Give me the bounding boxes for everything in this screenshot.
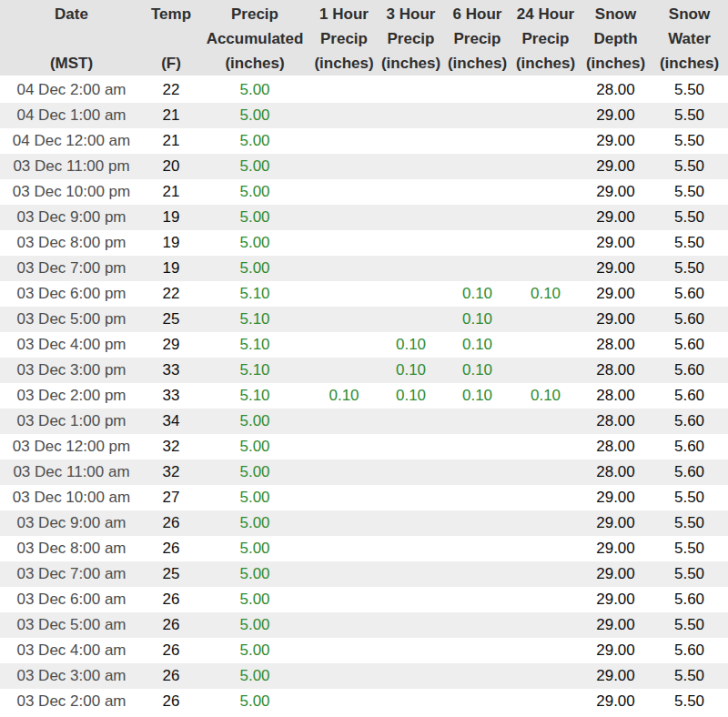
- cell-precip-24-hour: [511, 459, 581, 485]
- cell-precip-24-hour: [511, 612, 581, 638]
- column-header-precip-1-hour-line: 1 Hour: [310, 2, 378, 26]
- column-header-precip-accumulated-line: Precip: [199, 2, 310, 26]
- table-row: 03 Dec 5:00 am265.0029.005.50: [0, 612, 728, 638]
- table-header-row: Date (MST)Temp (F)PrecipAccumulated(inch…: [0, 0, 728, 76]
- column-header-precip-1-hour-line: Precip: [310, 26, 378, 51]
- cell-snow-depth: 28.00: [581, 76, 651, 103]
- cell-snow-depth: 29.00: [581, 510, 651, 536]
- cell-precip-3-hour: [378, 663, 444, 689]
- cell-date: 03 Dec 7:00 pm: [0, 256, 143, 281]
- cell-date: 03 Dec 12:00 pm: [0, 434, 143, 459]
- cell-snow-water: 5.50: [651, 128, 728, 154]
- column-header-date-line: (MST): [0, 51, 143, 76]
- cell-precip-1-hour: [310, 256, 378, 281]
- cell-precip-3-hour: [378, 205, 444, 230]
- cell-precip-24-hour: [511, 128, 581, 154]
- column-header-precip-3-hour-line: (inches): [378, 51, 444, 76]
- cell-precip-3-hour: [378, 689, 444, 714]
- table-row: 03 Dec 10:00 am275.0029.005.50: [0, 485, 728, 510]
- cell-precip-24-hour: [511, 485, 581, 510]
- cell-precip-1-hour: [310, 76, 378, 103]
- cell-precip-3-hour: [378, 612, 444, 638]
- cell-snow-depth: 28.00: [581, 459, 651, 485]
- cell-precip-3-hour: [378, 76, 444, 103]
- column-header-precip-24-hour-line: Precip: [511, 26, 581, 51]
- cell-precip-6-hour: [444, 179, 511, 205]
- table-row: 03 Dec 2:00 am265.0029.005.50: [0, 689, 728, 714]
- cell-precip-24-hour: [511, 256, 581, 281]
- cell-precip-6-hour: 0.10: [444, 358, 511, 383]
- cell-precip-3-hour: 0.10: [378, 383, 444, 409]
- cell-temp: 26: [143, 689, 199, 714]
- cell-precip-6-hour: [444, 638, 511, 663]
- column-header-temp-line: [143, 26, 199, 51]
- cell-snow-depth: 28.00: [581, 383, 651, 409]
- cell-date: 03 Dec 1:00 pm: [0, 409, 143, 434]
- column-header-snow-water-line: Snow: [651, 2, 728, 26]
- cell-date: 03 Dec 11:00 am: [0, 459, 143, 485]
- cell-snow-depth: 29.00: [581, 638, 651, 663]
- cell-precip-24-hour: [511, 510, 581, 536]
- cell-snow-depth: 29.00: [581, 485, 651, 510]
- column-header-precip-accumulated: PrecipAccumulated(inches): [199, 0, 310, 76]
- cell-precip-24-hour: [511, 332, 581, 358]
- column-header-snow-depth-line: Snow: [581, 2, 651, 26]
- cell-precip-accumulated: 5.00: [199, 561, 310, 587]
- cell-precip-3-hour: [378, 103, 444, 128]
- cell-precip-accumulated: 5.00: [199, 179, 310, 205]
- cell-temp: 19: [143, 230, 199, 256]
- cell-precip-accumulated: 5.00: [199, 205, 310, 230]
- column-header-temp-line: (F): [143, 51, 199, 76]
- cell-date: 03 Dec 4:00 am: [0, 638, 143, 663]
- table-body: 04 Dec 2:00 am225.0028.005.5004 Dec 1:00…: [0, 76, 728, 714]
- cell-temp: 34: [143, 409, 199, 434]
- cell-date: 03 Dec 6:00 pm: [0, 281, 143, 307]
- cell-precip-6-hour: [444, 103, 511, 128]
- cell-date: 03 Dec 2:00 pm: [0, 383, 143, 409]
- cell-temp: 25: [143, 307, 199, 332]
- cell-snow-water: 5.60: [651, 638, 728, 663]
- column-header-precip-accumulated-line: (inches): [199, 51, 310, 76]
- cell-snow-depth: 29.00: [581, 536, 651, 561]
- cell-precip-1-hour: [310, 179, 378, 205]
- cell-precip-3-hour: [378, 230, 444, 256]
- cell-snow-depth: 29.00: [581, 205, 651, 230]
- table-row: 03 Dec 8:00 pm195.0029.005.50: [0, 230, 728, 256]
- cell-precip-6-hour: [444, 663, 511, 689]
- cell-temp: 22: [143, 281, 199, 307]
- cell-precip-6-hour: [444, 434, 511, 459]
- table-row: 03 Dec 7:00 am255.0029.005.50: [0, 561, 728, 587]
- cell-snow-depth: 28.00: [581, 332, 651, 358]
- cell-snow-depth: 28.00: [581, 409, 651, 434]
- cell-precip-6-hour: [444, 409, 511, 434]
- cell-precip-1-hour: [310, 205, 378, 230]
- cell-precip-3-hour: [378, 638, 444, 663]
- cell-snow-depth: 29.00: [581, 103, 651, 128]
- table-row: 03 Dec 6:00 pm225.100.100.1029.005.60: [0, 281, 728, 307]
- cell-date: 03 Dec 11:00 pm: [0, 154, 143, 179]
- cell-date: 03 Dec 4:00 pm: [0, 332, 143, 358]
- cell-precip-accumulated: 5.00: [199, 409, 310, 434]
- cell-precip-3-hour: [378, 485, 444, 510]
- table-row: 03 Dec 1:00 pm345.0028.005.60: [0, 409, 728, 434]
- column-header-precip-3-hour-line: 3 Hour: [378, 2, 444, 26]
- cell-precip-1-hour: [310, 485, 378, 510]
- cell-date: 03 Dec 3:00 pm: [0, 358, 143, 383]
- table-row: 03 Dec 12:00 pm325.0028.005.60: [0, 434, 728, 459]
- column-header-precip-24-hour: 24 HourPrecip(inches): [511, 0, 581, 76]
- cell-precip-24-hour: 0.10: [511, 281, 581, 307]
- column-header-precip-6-hour-line: 6 Hour: [444, 2, 511, 26]
- cell-precip-24-hour: [511, 561, 581, 587]
- cell-date: 03 Dec 9:00 pm: [0, 205, 143, 230]
- cell-temp: 26: [143, 587, 199, 612]
- cell-precip-accumulated: 5.00: [199, 536, 310, 561]
- table-row: 03 Dec 4:00 am265.0029.005.60: [0, 638, 728, 663]
- cell-precip-accumulated: 5.00: [199, 612, 310, 638]
- cell-date: 03 Dec 6:00 am: [0, 587, 143, 612]
- cell-precip-accumulated: 5.00: [199, 434, 310, 459]
- cell-precip-6-hour: 0.10: [444, 307, 511, 332]
- cell-snow-water: 5.50: [651, 536, 728, 561]
- cell-temp: 21: [143, 103, 199, 128]
- cell-snow-water: 5.50: [651, 510, 728, 536]
- cell-precip-1-hour: [310, 332, 378, 358]
